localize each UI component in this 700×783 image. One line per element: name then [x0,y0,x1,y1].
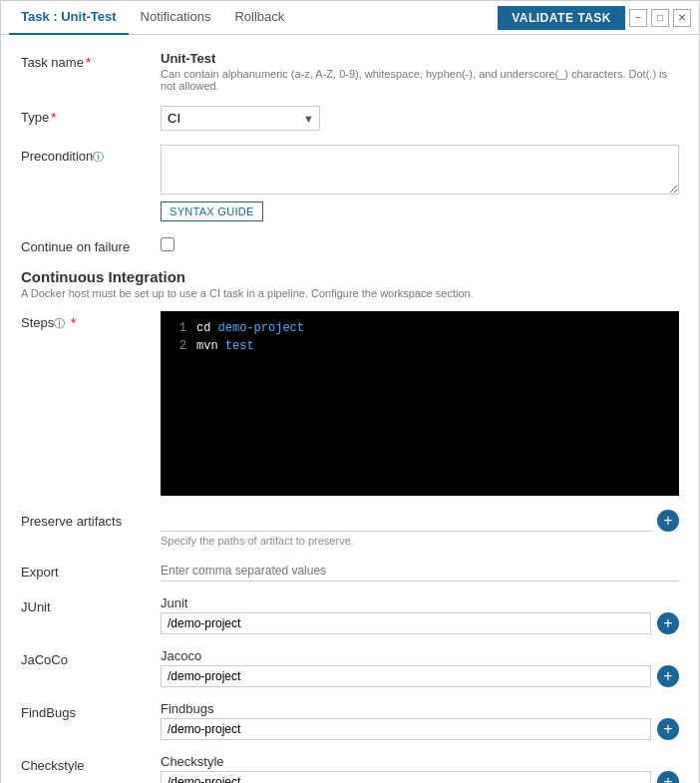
export-control [161,561,679,582]
jacoco-add-button[interactable]: + [657,665,679,687]
code-line-2: 2 mvn test [167,337,673,355]
preserve-artifacts-input[interactable] [161,510,651,532]
jacoco-control: Jacoco + [161,648,679,687]
preserve-artifacts-hint: Specify the paths of artifact to preserv… [161,535,679,547]
export-input[interactable] [161,561,679,582]
junit-row: JUnit Junit + [21,595,679,634]
task-name-row: Task name* Unit-Test Can contain alphanu… [21,51,679,92]
type-row: Type* CI ▼ [21,106,679,131]
tab-notifications[interactable]: Notifications [129,1,223,35]
continue-on-failure-checkbox-wrap [161,235,679,251]
precondition-info-icon[interactable]: ⓘ [93,151,104,163]
type-select[interactable]: CI [161,106,320,131]
jacoco-path-row: + [161,665,679,687]
junit-path-row: + [161,612,679,634]
checkstyle-control: Checkstyle + [161,754,679,783]
jacoco-label: JaCoCo [21,648,161,667]
precondition-label: Preconditionⓘ [21,145,161,165]
task-name-control: Unit-Test Can contain alphanumeric (a-z,… [161,51,679,92]
ci-section-desc: A Docker host must be set up to use a CI… [21,287,679,299]
jacoco-path-input[interactable] [161,665,651,687]
close-button[interactable]: ✕ [673,9,691,27]
checkstyle-label: Checkstyle [21,754,161,773]
ci-section: Continuous Integration A Docker host mus… [21,268,679,299]
export-row: Export [21,561,679,582]
tab-bar: Task : Unit-Test Notifications Rollback … [1,1,699,35]
steps-control: 1 cd demo-project 2 mvn test [161,311,679,496]
findbugs-control: Findbugs + [161,701,679,740]
findbugs-row: FindBugs Findbugs + [21,701,679,740]
preserve-artifacts-input-row: + [161,510,679,532]
tab-rollback[interactable]: Rollback [222,1,296,35]
main-window: Task : Unit-Test Notifications Rollback … [0,0,700,783]
junit-control: Junit + [161,595,679,634]
continue-on-failure-row: Continue on failure [21,235,679,254]
precondition-row: Preconditionⓘ SYNTAX GUIDE [21,145,679,221]
junit-path-input[interactable] [161,612,651,634]
task-name-hint: Can contain alphanumeric (a-z, A-Z, 0-9)… [161,68,679,92]
continue-on-failure-control [161,235,679,251]
steps-code-editor[interactable]: 1 cd demo-project 2 mvn test [161,311,679,496]
junit-add-button[interactable]: + [657,612,679,634]
task-name-value: Unit-Test [161,51,679,66]
steps-label: Stepsⓘ * [21,311,161,331]
type-label: Type* [21,106,161,125]
findbugs-path-input[interactable] [161,718,651,740]
syntax-guide-button[interactable]: SYNTAX GUIDE [161,201,263,221]
continue-on-failure-checkbox[interactable] [161,237,175,251]
continue-on-failure-label: Continue on failure [21,235,161,254]
preserve-artifacts-add-button[interactable]: + [657,510,679,532]
validate-task-button[interactable]: VALIDATE TASK [498,6,625,30]
tab-actions: VALIDATE TASK − □ ✕ [498,6,691,30]
checkstyle-path-row: + [161,771,679,783]
type-select-wrap: CI ▼ [161,106,320,131]
type-control: CI ▼ [161,106,679,131]
jacoco-row: JaCoCo Jacoco + [21,648,679,687]
junit-label: JUnit [21,595,161,614]
precondition-control: SYNTAX GUIDE [161,145,679,221]
findbugs-add-button[interactable]: + [657,718,679,740]
task-name-label: Task name* [21,51,161,70]
jacoco-name: Jacoco [161,648,679,663]
checkstyle-add-button[interactable]: + [657,771,679,783]
preserve-artifacts-control: + Specify the paths of artifact to prese… [161,510,679,547]
checkstyle-row: Checkstyle Checkstyle + [21,754,679,783]
findbugs-path-row: + [161,718,679,740]
restore-button[interactable]: □ [651,9,669,27]
junit-name: Junit [161,595,679,610]
checkstyle-path-input[interactable] [161,771,651,783]
preserve-artifacts-label: Preserve artifacts [21,510,161,529]
ci-section-heading: Continuous Integration [21,268,679,285]
preserve-artifacts-row: Preserve artifacts + Specify the paths o… [21,510,679,547]
minimize-button[interactable]: − [629,9,647,27]
checkstyle-name: Checkstyle [161,754,679,769]
steps-info-icon[interactable]: ⓘ [54,317,65,329]
tab-task[interactable]: Task : Unit-Test [9,1,129,35]
form-content: Task name* Unit-Test Can contain alphanu… [1,35,699,783]
precondition-textarea[interactable] [161,145,679,195]
steps-row: Stepsⓘ * 1 cd demo-project 2 mvn test [21,311,679,496]
findbugs-label: FindBugs [21,701,161,720]
export-label: Export [21,561,161,580]
findbugs-name: Findbugs [161,701,679,716]
code-line-1: 1 cd demo-project [167,319,673,337]
